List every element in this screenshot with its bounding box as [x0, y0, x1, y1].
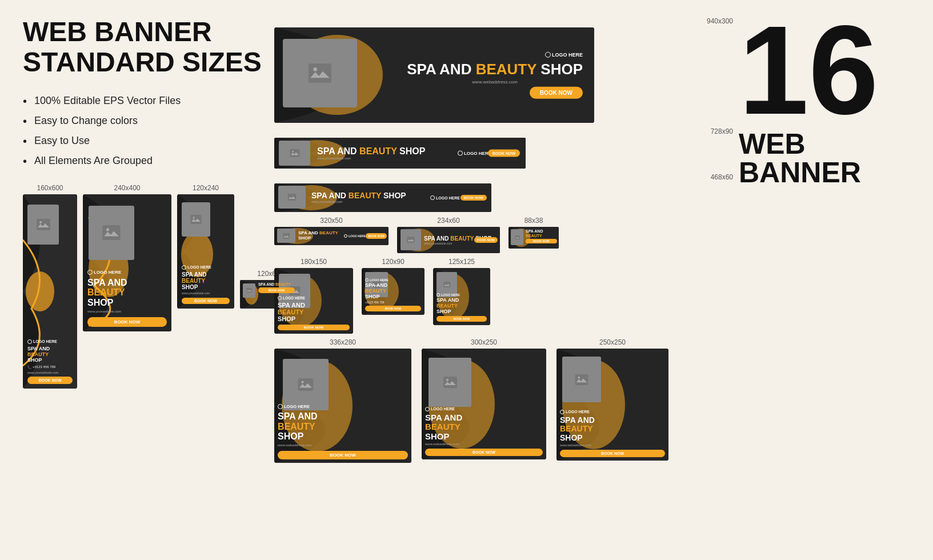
label-160: 160x600 [23, 184, 77, 192]
banner-wrap-468: 468x60 SPA AND BEAUTY SHOP www.yourw [274, 173, 739, 212]
beauty-text: BEAUTY [27, 351, 49, 357]
label-125: 125x125 [433, 258, 490, 266]
book-now-btn-160[interactable]: BOOK NOW [27, 377, 73, 384]
banner-300x250: LOGO HERE SPA ANDBEAUTYSHOP www.webaddre… [422, 349, 546, 459]
web-banner-label: WEB BANNER [739, 130, 910, 187]
banner-234x60: SPA AND BEAUTY SHOP www.yourwebsite.com … [397, 227, 500, 253]
svg-point-22 [292, 151, 294, 153]
main-title: WEB BANNER STANDARD SIZES [23, 17, 263, 78]
feature-item-4: All Elements Are Grouped [23, 155, 263, 167]
count-section: 16 WEB BANNER [739, 17, 910, 187]
label-180: 180x150 [274, 258, 353, 266]
banner-320x50: SPA AND BEAUTYSHOP LOGO HERE BOOK NOW [274, 227, 389, 245]
big-square-row: 336x280 [274, 338, 739, 463]
shop-text: SHOP [27, 357, 42, 363]
small-banners-row-1: 320x50 SPA AND BEAUTYSHOP [274, 217, 739, 253]
label-250: 250x250 [556, 338, 668, 346]
banner-wrap-180: 180x150 [274, 258, 353, 334]
banner-wrap-240: 240x400 LOGO HERE [83, 184, 171, 331]
banner-wrap-300: 300x250 [422, 338, 546, 459]
svg-rect-14 [246, 288, 252, 293]
label-468: 468x60 [274, 173, 739, 181]
banner-wrap-120x240: 120x240 LOGO HERE [177, 184, 234, 309]
banner-336x280: LOGO HERE SPA ANDBEAUTYSHOP www.webaddre… [274, 349, 411, 463]
svg-rect-28 [283, 233, 290, 239]
book-now-btn-240[interactable]: BOOK NOW [87, 317, 167, 327]
right-panel: 940x300 LOGO HER [274, 17, 910, 543]
label-240: 240x400 [83, 184, 171, 192]
book-now-btn-940[interactable]: BOOK NOW [530, 87, 583, 99]
banner-wrap-250: 250x250 [556, 338, 668, 461]
left-panel: WEB BANNER STANDARD SIZES 100% Editable … [23, 17, 263, 543]
logo-text: LOGO HERE [33, 339, 57, 343]
book-now-btn-234[interactable]: BOOK NOW [474, 237, 498, 243]
banner-wrap-234: 234x60 SPA AND BEAUTY SHOP [397, 217, 500, 253]
svg-rect-21 [290, 149, 299, 157]
svg-rect-34 [515, 235, 519, 239]
book-now-btn-250[interactable]: BOOK NOW [560, 450, 665, 457]
book-now-btn-120x240[interactable]: BOOK NOW [182, 298, 230, 304]
banner-120x240: LOGO HERE SPA ANDBEAUTYSHOP www.yourwebs… [177, 194, 234, 309]
banner-wrap-120x90: 120x90 [362, 258, 425, 315]
page: WEB BANNER STANDARD SIZES 100% Editable … [0, 0, 933, 560]
svg-rect-17 [309, 63, 331, 82]
banner-wrap-320: 320x50 SPA AND BEAUTYSHOP [274, 217, 389, 245]
banner-160-content: LOGO HERE SPA AND BEAUTY SHOP 📞+0123 456… [23, 194, 77, 389]
banner-240x400: LOGO HERE SPA ANDBEAUTYSHOP www.yourwebs… [83, 194, 171, 331]
medium-square-row: 180x150 [274, 258, 739, 334]
svg-point-18 [313, 67, 317, 71]
banner-wrap-940: 940x300 LOGO HER [274, 17, 739, 123]
book-now-btn-728[interactable]: BOOK NOW [488, 150, 520, 157]
book-now-btn-468[interactable]: BOOK NOW [461, 195, 487, 201]
banner-wrap-160: 160x600 LOGO HERE [23, 184, 77, 389]
label-88: 88x38 [508, 217, 559, 225]
banner-240-content: LOGO HERE SPA ANDBEAUTYSHOP www.yourwebs… [83, 194, 171, 331]
banner-250x250: LOGO HERE SPA ANDBEAUTYSHOP www.webaddre… [556, 349, 668, 461]
banner-wrap-88: 88x38 SPA AND BEAUTY [508, 217, 559, 249]
banner-728x90: SPA AND BEAUTY SHOP www.yourwebsite.com … [274, 138, 526, 169]
banner-wrap-728: 728x90 SPA AND BEAUTY SHOP www.yourw [274, 127, 739, 169]
spa-line1: SPA AND [27, 346, 50, 351]
banner-wrap-336: 336x280 [274, 338, 411, 463]
label-300: 300x250 [422, 338, 546, 346]
book-now-btn-336[interactable]: BOOK NOW [278, 451, 408, 459]
label-320: 320x50 [274, 217, 389, 225]
banner-468x60: SPA AND BEAUTY SHOP www.yourwebsite.com … [274, 183, 491, 212]
count-16: 16 [739, 17, 879, 124]
label-728: 728x90 [274, 127, 739, 135]
book-now-btn-180[interactable]: BOOK NOW [278, 325, 350, 330]
book-now-btn-88[interactable]: BOOK NOW [526, 239, 557, 243]
feature-item-1: 100% Editable EPS Vector Files [23, 95, 263, 107]
book-now-btn-125[interactable]: BOOK NOW [437, 316, 487, 322]
feature-item-3: Easy to Use [23, 135, 263, 147]
banner-125x125: LOGO HERE SPA ANDBEAUTYSHOP BOOK NOW [433, 268, 490, 325]
banner-940x300: LOGO HERE SPA AND BEAUTY SHOP www.webadd… [274, 27, 594, 123]
banner-wrap-125: 125x125 [433, 258, 490, 325]
book-now-btn-120x90[interactable]: BOOK NOW [365, 306, 421, 311]
svg-rect-25 [288, 194, 296, 201]
label-336: 336x280 [274, 338, 411, 346]
label-940: 940x300 [274, 17, 739, 25]
banner-180x150: LOGO HERE SPA ANDBEAUTYSHOP BOOK NOW [274, 268, 353, 334]
banner-120x90: LOGO HERE SPA ANDBEAUTYSHOP +0123 456 78… [362, 268, 425, 315]
label-120x240: 120x240 [177, 184, 234, 192]
banner-160x600: LOGO HERE SPA AND BEAUTY SHOP 📞+0123 456… [23, 194, 77, 389]
svg-rect-31 [407, 237, 414, 243]
label-120x90: 120x90 [362, 258, 425, 266]
book-now-btn-300[interactable]: BOOK NOW [425, 449, 543, 456]
label-234: 234x60 [397, 217, 500, 225]
feature-item-2: Easy to Change colors [23, 115, 263, 127]
banner-120x240-content: LOGO HERE SPA ANDBEAUTYSHOP www.yourwebs… [177, 194, 234, 309]
top-banners-area: 940x300 LOGO HER [274, 17, 739, 467]
banner-88x38: SPA AND BEAUTY BOOK NOW [508, 227, 559, 249]
book-now-btn-320[interactable]: BOOK NOW [366, 233, 387, 239]
feature-list: 100% Editable EPS Vector Files Easy to C… [23, 95, 263, 167]
tall-banners-row: 160x600 LOGO HERE [23, 184, 263, 389]
